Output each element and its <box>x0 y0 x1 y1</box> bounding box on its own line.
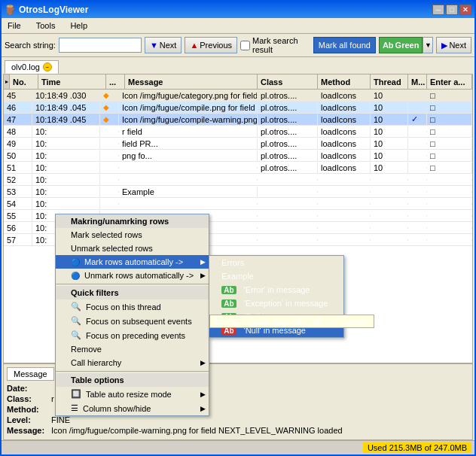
toolbar: Search string: ▼ Next ▲ Previous Mark se… <box>2 34 474 57</box>
submenu-arrow: ▶ <box>200 258 206 266</box>
title-bar-text: 🪵 OtrosLogViewer <box>5 5 88 15</box>
ctx-remove[interactable]: Remove <box>56 342 209 356</box>
ctx-sep1 <box>56 284 209 284</box>
table-row[interactable]: 52 10: <box>4 174 472 186</box>
tab-message[interactable]: Message <box>7 367 54 381</box>
ctx-focus-subsequent[interactable]: 🔍 Focus on subsequent events <box>56 314 209 328</box>
color-button[interactable]: Ab Green <box>379 37 423 53</box>
focus-thread-icon: 🔍 <box>71 302 81 312</box>
close-button[interactable]: ✕ <box>459 5 471 15</box>
ctx-mark-auto-icon: 🔵 <box>71 258 80 266</box>
warning-icon: ◆ <box>103 91 109 99</box>
context-menu: Makring/unamrking rows Mark selected row… <box>55 214 209 416</box>
table-row[interactable]: 47 10:18:49 .045 ◆ Icon /img/fugue/compi… <box>4 114 472 126</box>
ctx-unmark-selected[interactable]: Unmark selected rows <box>56 242 209 255</box>
th-class: Class <box>258 74 318 89</box>
class-label: Class: <box>7 394 48 403</box>
message-value: Icon /img/fugue/compile-warning.png for … <box>51 426 469 435</box>
level-value: FINE <box>51 415 469 424</box>
table-header: ▸ No. Time ... Message Class Method Thre… <box>4 74 472 90</box>
menu-file[interactable]: File <box>5 20 24 32</box>
submenu-arrow5: ▶ <box>200 405 206 412</box>
focus-preceding-icon: 🔍 <box>71 330 81 340</box>
ctx-header-table: Table options <box>56 373 209 387</box>
th-m: M... <box>408 74 427 89</box>
detail-level-row: Level: FINE <box>7 415 469 424</box>
ctx-header-marking: Makring/unamrking rows <box>56 214 209 228</box>
sub-error-msg[interactable]: Ab 'Error' in message <box>209 283 343 296</box>
ctx-mark-auto[interactable]: 🔵 Mark rows automatically -> ▶ Errors Ex… <box>56 255 209 269</box>
ab-exception-badge: Ab <box>221 299 236 308</box>
app-icon: 🪵 <box>5 5 16 15</box>
warning-icon: ◆ <box>103 103 109 111</box>
ab-error-badge: Ab <box>221 286 236 294</box>
ctx-unmark-auto[interactable]: 🔵 Unmark rows automatically -> ▶ <box>56 269 209 282</box>
table-row[interactable]: 49 10: field PR... pl.otros.... loadIcon… <box>4 138 472 150</box>
next2-button[interactable]: ▶ Next <box>436 37 471 53</box>
table-row[interactable]: 48 10: r field pl.otros.... loadIcons 10… <box>4 126 472 138</box>
warning-icon: ◆ <box>103 115 109 123</box>
table-row[interactable]: 45 10:18:49 .030 ◆ Icon /img/fugue/categ… <box>4 90 472 102</box>
show-hide-icon: ☰ <box>71 403 78 413</box>
menu-tools[interactable]: Tools <box>33 20 59 32</box>
mark-search-checkbox-label: Mark search result <box>240 36 310 54</box>
date-label: Date: <box>7 384 48 393</box>
maximize-button[interactable]: □ <box>446 5 458 15</box>
th-time: Time <box>38 74 106 89</box>
ctx-mark-selected[interactable]: Mark selected rows <box>56 228 209 242</box>
next-button[interactable]: ▼ Next <box>145 37 182 53</box>
ctx-sep2 <box>56 371 209 372</box>
th-thread: Thread <box>371 74 408 89</box>
th-dots: ... <box>106 74 125 89</box>
ctx-auto-resize[interactable]: 🔲 Table auto resize mode ▶ <box>56 387 209 401</box>
focus-subsequent-icon: 🔍 <box>71 316 81 326</box>
th-enter: Enter a... <box>427 74 472 89</box>
ctx-unmark-auto-icon: 🔵 <box>71 272 80 280</box>
title-bar: 🪵 OtrosLogViewer ─ □ ✕ <box>2 2 474 18</box>
menu-help[interactable]: Help <box>67 20 90 32</box>
previous-button[interactable]: ▲ Previous <box>185 37 237 53</box>
tab-olv0[interactable]: olv0.log − <box>5 60 59 74</box>
search-input[interactable] <box>59 38 142 53</box>
sub-exception-msg[interactable]: Ab 'Exception' in message <box>209 296 343 310</box>
ctx-hierarchy[interactable]: Call hierarchy ▶ <box>56 356 209 369</box>
tab-label: olv0.log <box>11 62 40 71</box>
status-bar: Used 215.3MB of 247.0MB <box>2 440 474 454</box>
submenu-arrow3: ▶ <box>200 359 206 366</box>
submenu-arrow2: ▶ <box>200 272 206 279</box>
table-row[interactable]: 53 10: Example <box>4 186 472 198</box>
level-label: Level: <box>7 415 48 424</box>
auto-resize-icon: 🔲 <box>71 389 81 399</box>
col-handle-left[interactable]: ▸ <box>4 74 10 89</box>
menu-bar: File Tools Help <box>2 18 474 34</box>
null-tooltip: Marks/unmakrs logs with 'null' in messag… <box>209 315 374 328</box>
table-row[interactable]: 51 10: pl.otros.... loadIcons 10 □ <box>4 162 472 174</box>
minimize-button[interactable]: ─ <box>432 5 444 15</box>
table-row[interactable]: 54 10: <box>4 198 472 210</box>
search-label: Search string: <box>5 41 56 50</box>
main-content: ▸ No. Time ... Message Class Method Thre… <box>3 74 473 440</box>
arrow-up-icon: ▲ <box>190 41 198 50</box>
sub-example[interactable]: Example <box>209 269 343 283</box>
window-title: OtrosLogViewer <box>19 5 88 15</box>
table-row[interactable]: 50 10: png fo... pl.otros.... loadIcons … <box>4 150 472 162</box>
mark-search-checkbox[interactable] <box>240 41 250 50</box>
tab-bar: olv0.log − <box>2 57 474 74</box>
color-selector: Ab Green ▼ <box>379 37 433 53</box>
ctx-show-hide[interactable]: ☰ Column show/hide ▶ <box>56 401 209 415</box>
sub-errors[interactable]: Errors <box>209 256 343 269</box>
submenu-arrow4: ▶ <box>200 391 206 398</box>
mark-all-button[interactable]: Mark all found <box>313 37 376 53</box>
memory-status: Used 215.3MB of 247.0MB <box>363 442 471 453</box>
main-window: 🪵 OtrosLogViewer ─ □ ✕ File Tools Help S… <box>0 0 476 456</box>
ctx-focus-thread[interactable]: 🔍 Focus on this thread <box>56 299 209 314</box>
tab-close-button[interactable]: − <box>43 62 52 71</box>
arrow-right-icon: ▶ <box>441 41 447 50</box>
table-row[interactable]: 46 10:18:49 .045 ◆ Icon /img/fugue/compi… <box>4 102 472 114</box>
message-label: Message: <box>7 426 48 435</box>
ctx-header-filters: Quick filters <box>56 286 209 299</box>
ctx-focus-preceding[interactable]: 🔍 Focus on preceding events <box>56 328 209 342</box>
arrow-down-icon: ▼ <box>150 41 158 50</box>
th-message: Message <box>125 74 258 89</box>
color-dropdown[interactable]: ▼ <box>423 37 433 53</box>
